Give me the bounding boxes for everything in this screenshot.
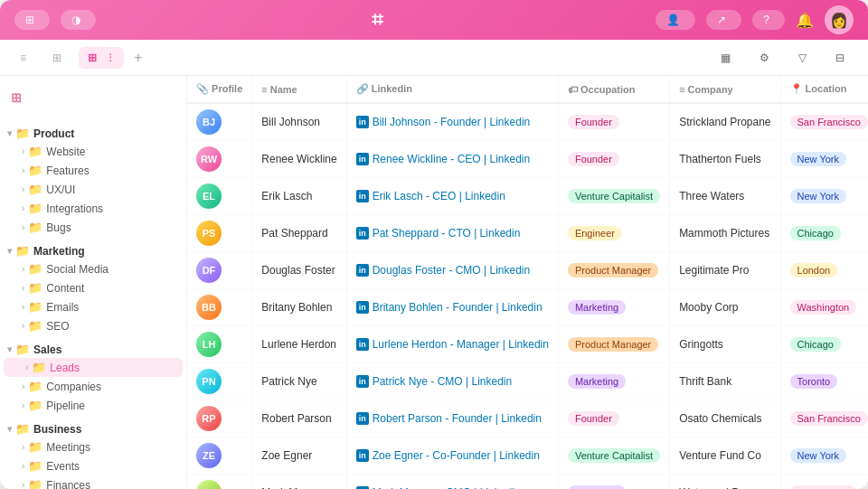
sidebar-item-bugs-label: Bugs [46, 221, 71, 234]
folder-icon: 📁 [28, 281, 42, 295]
toolbar-actions: ▦ ⚙ ▽ ⊟ [712, 48, 857, 68]
chevron-down-icon: ▾ [7, 344, 12, 354]
cell-company: Thatherton Fuels [670, 141, 780, 178]
new-folder-button[interactable] [0, 112, 186, 123]
folder-icon: 📁 [28, 145, 42, 158]
linkedin-link[interactable]: in Renee Wickline - CEO | Linkedin [356, 153, 549, 165]
cell-occupation: Venture Capitalist [558, 178, 669, 215]
filter-button[interactable]: ▽ [789, 48, 819, 68]
linkedin-icon: in [356, 153, 369, 165]
sidebar-item-features[interactable]: › 📁 Features [0, 161, 186, 180]
sidebar-item-companies[interactable]: › 📁 Companies [0, 377, 186, 396]
sidebar-group-product-label: Product [33, 127, 74, 140]
cell-linkedin: in Patrick Nye - CMO | Linkedin [346, 363, 558, 400]
cell-name: Mark Morgan [252, 475, 346, 490]
add-tab-button[interactable]: + [127, 47, 149, 69]
sidebar-item-meetings[interactable]: › 📁 Meetings [0, 437, 186, 456]
sidebar-section-marketing: ▾ 📁 Marketing › 📁 Social Media › 📁 Conte… [0, 240, 186, 335]
boards-button[interactable]: ⊞ [14, 10, 50, 30]
avatar[interactable]: 👩 [825, 5, 854, 34]
avatar: BB [196, 295, 222, 320]
sidebar-group-marketing[interactable]: ▾ 📁 Marketing [0, 240, 186, 259]
sidebar-item-pipeline[interactable]: › 📁 Pipeline [0, 396, 186, 415]
occupation-badge: Marketing [568, 485, 626, 489]
set-attributes-button[interactable]: ⚙ [750, 48, 782, 68]
avatar: PN [196, 369, 222, 394]
chevron-right-icon: › [22, 264, 24, 274]
linkedin-link[interactable]: in Pat Sheppard - CTO | Linkedin [356, 227, 549, 240]
table-row: EL Erik Lasch in Erik Lasch - CEO | Link… [187, 178, 868, 215]
folder-icon: 📁 [28, 319, 42, 333]
invite-button[interactable]: 👤 [656, 10, 695, 30]
help-icon: ? [763, 14, 769, 26]
share-button[interactable]: ↗ [706, 10, 741, 30]
cell-linkedin: in Douglas Foster - CMO | Linkedin [346, 252, 558, 289]
cell-name: Britany Bohlen [252, 289, 346, 326]
linkedin-link[interactable]: in Douglas Foster - CMO | Linkedin [356, 264, 549, 277]
avatar: EL [196, 183, 222, 209]
table-row: BJ Bill Johnson in Bill Johnson - Founde… [187, 103, 868, 141]
sidebar-item-uxui[interactable]: › 📁 UX/UI [0, 180, 186, 199]
sidebar-item-social-media[interactable]: › 📁 Social Media [0, 259, 186, 278]
sidebar-group-business[interactable]: ▾ 📁 Business [0, 418, 186, 437]
sidebar-item-finances[interactable]: › 📁 Finances [0, 475, 186, 489]
sidebar-item-content[interactable]: › 📁 Content [0, 278, 186, 297]
group-icon: ⊟ [835, 52, 844, 64]
cell-name: Robert Parson [252, 400, 346, 437]
group-button[interactable]: ⊟ [826, 48, 857, 68]
cell-profile: PS [187, 215, 252, 252]
table-row: LH Lurlene Herdon in Lurlene Herdon - Ma… [187, 326, 868, 363]
sidebar-item-website[interactable]: › 📁 Website [0, 142, 186, 161]
sidebar-item-bugs[interactable]: › 📁 Bugs [0, 218, 186, 237]
tab-all-leads[interactable]: ≡ [11, 47, 40, 69]
cell-location: Chicago [780, 215, 868, 252]
table-view-button[interactable]: ▦ [712, 48, 743, 68]
notification-icon[interactable]: 🔔 [796, 12, 814, 29]
linkedin-link[interactable]: in Zoe Egner - Co-Founder | Linkedin [356, 449, 549, 462]
sidebar-section-sales: ▾ 📁 Sales › 📁 Leads › 📁 Companies › 📁 [0, 339, 186, 415]
cell-profile: EL [187, 178, 252, 215]
sidebar-item-events[interactable]: › 📁 Events [0, 456, 186, 475]
chevron-down-icon: ▾ [7, 246, 12, 256]
chevron-down-icon: ▾ [7, 424, 12, 434]
sidebar-item-events-label: Events [46, 460, 80, 473]
chevron-down-icon: ▾ [7, 128, 12, 138]
tab-warm-leads[interactable]: ⊞ ⋮ [79, 47, 124, 69]
linkedin-link[interactable]: in Britany Bohlen - Founder | Linkedin [356, 301, 549, 314]
chevron-right-icon: › [25, 362, 28, 372]
location-badge: San Francisco [790, 115, 868, 129]
app-logo: ⌗ [372, 8, 381, 32]
sidebar-group-product[interactable]: ▾ 📁 Product [0, 123, 186, 142]
linkedin-link[interactable]: in Patrick Nye - CMO | Linkedin [356, 375, 549, 388]
theme-button[interactable]: ◑ [61, 10, 96, 30]
chevron-right-icon: › [22, 442, 24, 452]
link-icon: 🔗 [356, 83, 369, 94]
linkedin-link[interactable]: in Lurlene Herdon - Manager | Linkedin [356, 338, 549, 351]
cell-location: Washington [780, 289, 868, 326]
cell-location: Washington [780, 475, 868, 490]
folder-icon: 📁 [28, 300, 42, 314]
linkedin-icon: in [356, 227, 369, 240]
sidebar-item-emails[interactable]: › 📁 Emails [0, 297, 186, 316]
sub-toolbar: ≡ ⊞ ⊞ ⋮ + ▦ ⚙ ▽ ⊟ [0, 40, 868, 76]
cell-profile: ZE [187, 437, 252, 475]
chevron-right-icon: › [22, 480, 24, 489]
sidebar-section-business: ▾ 📁 Business › 📁 Meetings › 📁 Events › 📁 [0, 418, 186, 489]
linkedin-link[interactable]: in Erik Lasch - CEO | Linkedin [356, 190, 549, 202]
linkedin-link[interactable]: in Robert Parson - Founder | Linkedin [356, 412, 549, 425]
sidebar-item-integrations-label: Integrations [46, 202, 103, 215]
cell-linkedin: in Pat Sheppard - CTO | Linkedin [346, 215, 558, 252]
sidebar-group-sales[interactable]: ▾ 📁 Sales [0, 339, 186, 358]
tab-cold-leads[interactable]: ⊞ [43, 47, 75, 69]
help-button[interactable]: ? [752, 10, 785, 30]
sidebar-item-integrations[interactable]: › 📁 Integrations [0, 199, 186, 218]
avatar: ZE [196, 443, 222, 468]
linkedin-link[interactable]: in Bill Johnson - Founder | Linkedin [356, 116, 549, 128]
cell-name: Bill Johnson [252, 103, 346, 141]
cell-linkedin: in Robert Parson - Founder | Linkedin [346, 400, 558, 437]
folder-icon: 📁 [28, 380, 42, 393]
sidebar-item-leads[interactable]: › 📁 Leads [4, 358, 183, 377]
chevron-right-icon: › [22, 461, 24, 471]
table-row: PS Pat Sheppard in Pat Sheppard - CTO | … [187, 215, 868, 252]
sidebar-item-seo[interactable]: › 📁 SEO [0, 316, 186, 335]
